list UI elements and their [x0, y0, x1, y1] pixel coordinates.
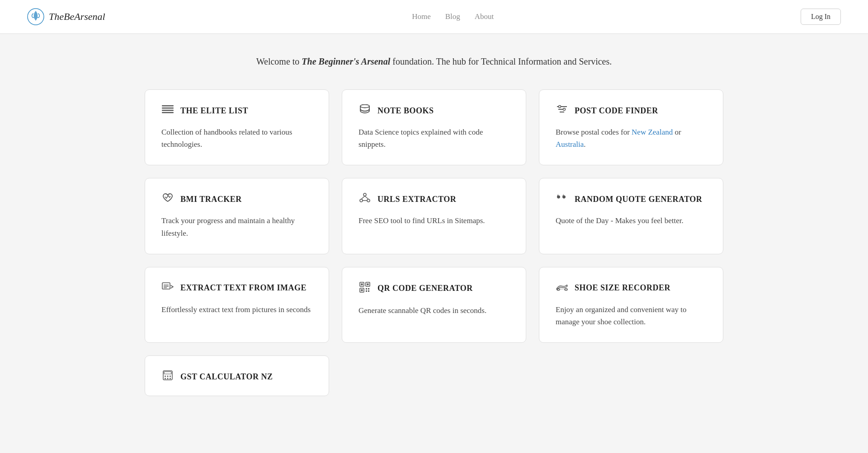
svg-rect-3	[162, 110, 174, 111]
card-desc-post-code-finder: Browse postal codes for New Zealand or A…	[556, 126, 707, 150]
card-extract-text-from-image[interactable]: EXTRACT TEXT FROM IMAGE Effortlessly ext…	[145, 267, 329, 343]
card-title-gst-calculator-nz: GST CALCULATOR NZ	[180, 372, 273, 382]
card-qr-code-generator[interactable]: QR CODE GENERATOR Generate scannable QR …	[342, 267, 526, 343]
logo-icon	[27, 8, 44, 25]
svg-point-35	[165, 376, 166, 377]
card-title-bmi-tracker: BMI TRACKER	[180, 195, 242, 204]
quote-icon	[556, 193, 568, 205]
card-header-post-code-finder: POST CODE FINDER	[556, 104, 707, 117]
svg-point-5	[360, 105, 369, 108]
card-desc-random-quote-generator: Quote of the Day - Makes you feel better…	[556, 215, 707, 227]
card-random-quote-generator[interactable]: RANDOM QUOTE GENERATOR Quote of the Day …	[539, 178, 723, 254]
svg-rect-1	[162, 105, 174, 107]
svg-point-13	[367, 199, 370, 202]
svg-rect-24	[367, 283, 369, 285]
network-icon	[359, 193, 371, 205]
svg-rect-27	[366, 288, 367, 290]
svg-rect-34	[164, 372, 171, 374]
shoe-icon	[556, 282, 568, 294]
svg-rect-4	[162, 112, 174, 113]
card-header-extract-text-from-image: EXTRACT TEXT FROM IMAGE	[161, 282, 312, 294]
card-desc-note-books: Data Science topics explained with code …	[359, 126, 509, 150]
nav-about[interactable]: About	[475, 12, 494, 21]
cards-grid: THE ELITE LIST Collection of handbooks r…	[145, 89, 723, 343]
nz-link[interactable]: New Zealand	[632, 128, 673, 136]
heart-icon	[161, 193, 174, 205]
svg-rect-26	[361, 289, 363, 291]
svg-line-15	[365, 196, 368, 199]
card-header-urls-extractor: URLS EXTRACTOR	[359, 193, 509, 205]
svg-point-40	[170, 378, 171, 379]
svg-point-11	[363, 193, 366, 196]
card-gst-calculator-nz[interactable]: GST CALCULATOR NZ	[145, 355, 329, 396]
card-shoe-size-recorder[interactable]: SHOE SIZE RECORDER Enjoy an organized an…	[539, 267, 723, 343]
card-elite-list[interactable]: THE ELITE LIST Collection of handbooks r…	[145, 89, 329, 165]
database-icon	[359, 104, 371, 117]
svg-rect-17	[162, 283, 170, 289]
calculator-icon	[161, 370, 174, 383]
card-title-note-books: NOTE BOOKS	[377, 106, 434, 116]
card-title-random-quote-generator: RANDOM QUOTE GENERATOR	[575, 195, 702, 204]
login-button[interactable]: Log In	[801, 9, 841, 25]
svg-point-39	[167, 378, 169, 379]
svg-rect-28	[368, 288, 369, 290]
svg-rect-22	[361, 283, 363, 285]
svg-line-14	[361, 196, 365, 199]
card-header-random-quote-generator: RANDOM QUOTE GENERATOR	[556, 193, 707, 205]
svg-point-12	[360, 199, 363, 202]
card-bmi-tracker[interactable]: BMI TRACKER Track your progress and main…	[145, 178, 329, 254]
qr-icon	[359, 282, 371, 295]
card-title-elite-list: THE ELITE LIST	[180, 106, 248, 116]
svg-point-38	[165, 378, 166, 379]
logo-text: TheBeArsenal	[49, 11, 105, 23]
card-desc-extract-text-from-image: Effortlessly extract text from pictures …	[161, 304, 312, 316]
welcome-message: Welcome to The Beginner's Arsenal founda…	[145, 56, 723, 67]
svg-point-37	[170, 376, 171, 377]
list-icon	[161, 104, 174, 117]
card-header-bmi-tracker: BMI TRACKER	[161, 193, 312, 205]
card-title-urls-extractor: URLS EXTRACTOR	[377, 195, 456, 204]
svg-point-36	[167, 376, 169, 377]
au-link[interactable]: Australia	[556, 140, 584, 149]
card-desc-bmi-tracker: Track your progress and maintain a healt…	[161, 215, 312, 239]
card-header-qr-code-generator: QR CODE GENERATOR	[359, 282, 509, 295]
svg-point-9	[559, 106, 561, 108]
card-title-post-code-finder: POST CODE FINDER	[575, 106, 658, 116]
card-post-code-finder[interactable]: POST CODE FINDER Browse postal codes for…	[539, 89, 723, 165]
nav-blog[interactable]: Blog	[445, 12, 460, 21]
card-desc-shoe-size-recorder: Enjoy an organized and convenient way to…	[556, 304, 707, 328]
card-title-extract-text-from-image: EXTRACT TEXT FROM IMAGE	[180, 283, 307, 293]
filter-icon	[556, 104, 568, 117]
svg-rect-2	[162, 107, 174, 109]
card-title-qr-code-generator: QR CODE GENERATOR	[377, 284, 473, 293]
card-header-elite-list: THE ELITE LIST	[161, 104, 312, 117]
svg-rect-30	[368, 290, 369, 292]
card-note-books[interactable]: NOTE BOOKS Data Science topics explained…	[342, 89, 526, 165]
svg-point-10	[563, 108, 566, 111]
card-desc-urls-extractor: Free SEO tool to find URLs in Sitemaps.	[359, 215, 509, 227]
card-header-shoe-size-recorder: SHOE SIZE RECORDER	[556, 282, 707, 294]
card-desc-qr-code-generator: Generate scannable QR codes in seconds.	[359, 304, 509, 317]
logo[interactable]: TheBeArsenal	[27, 8, 105, 25]
card-title-shoe-size-recorder: SHOE SIZE RECORDER	[575, 283, 670, 293]
main-nav: Home Blog About	[412, 12, 494, 21]
image-text-icon	[161, 282, 174, 294]
card-urls-extractor[interactable]: URLS EXTRACTOR Free SEO tool to find URL…	[342, 178, 526, 254]
card-header-note-books: NOTE BOOKS	[359, 104, 509, 117]
svg-rect-29	[366, 290, 367, 292]
card-header-gst-calculator-nz: GST CALCULATOR NZ	[161, 370, 312, 383]
nav-home[interactable]: Home	[412, 12, 431, 21]
card-desc-elite-list: Collection of handbooks related to vario…	[161, 126, 312, 150]
